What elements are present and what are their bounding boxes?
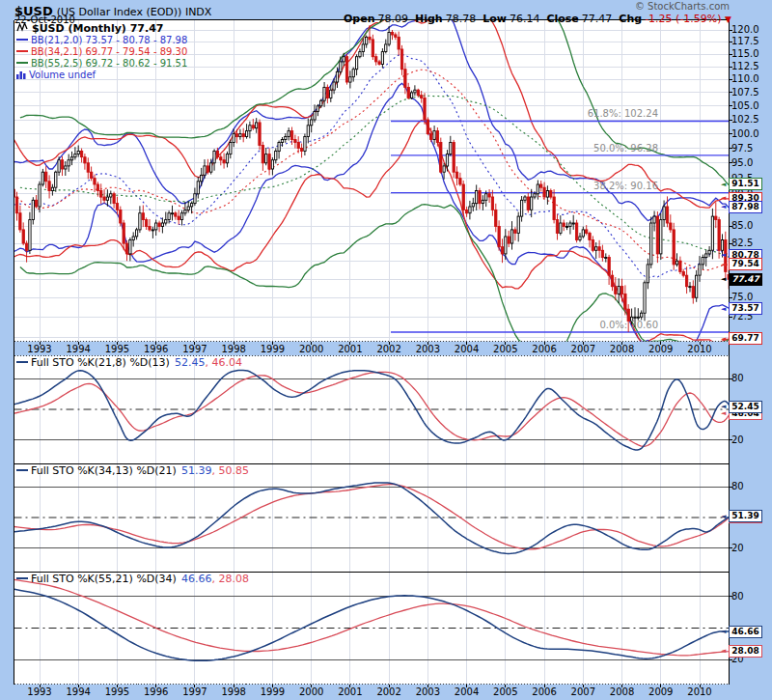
chg-value: -1.25 (-1.59%) <box>645 13 721 25</box>
stoch1-k-value: 52.45 <box>175 356 206 369</box>
line-swatch-icon <box>16 50 28 52</box>
bb55-label: BB(55,2.5) 69.72 - 80.62 - 91.51 <box>31 58 187 69</box>
high-label: High <box>415 13 443 25</box>
stoch2-legend: Full STO %K(34,13) %D(21)51.39, 50.85 <box>16 465 249 477</box>
legend-volume: Volume undef <box>16 70 187 81</box>
line-swatch-icon <box>16 361 28 363</box>
main-legend: $USD (Monthly) 77.47 BB(21,2.0) 73.57 - … <box>16 22 187 81</box>
high-value: 78.78 <box>446 13 477 25</box>
legend-bb55: BB(55,2.5) 69.72 - 80.62 - 91.51 <box>16 58 187 70</box>
stoch2-d-value: 50.85 <box>218 464 249 477</box>
legend-title-row: $USD (Monthly) 77.47 <box>16 22 187 35</box>
close-label: Close <box>546 13 578 25</box>
stoch1-d-value: 46.04 <box>211 356 242 369</box>
line-swatch-icon <box>16 469 28 471</box>
close-value: 77.47 <box>582 13 613 25</box>
line-swatch-icon <box>16 39 28 41</box>
stoch2-k-value: 51.39 <box>181 464 212 477</box>
volume-label: Volume undef <box>29 70 96 80</box>
bb21-label: BB(21,2.0) 73.57 - 80.78 - 87.98 <box>31 35 187 45</box>
stockcharts-page: $USD(US Dollar Index (EOD)) INDX 22-Oct-… <box>0 0 772 700</box>
symbol-description: (US Dollar Index (EOD)) INDX <box>57 6 212 18</box>
volume-bars-icon <box>16 70 26 79</box>
low-label: Low <box>482 13 507 25</box>
low-value: 76.14 <box>510 13 540 25</box>
chg-label: Chg <box>619 13 642 25</box>
open-value: 78.09 <box>377 13 408 25</box>
stoch1-legend: Full STO %K(21,8) %D(13)52.45, 46.04 <box>16 357 242 369</box>
stoch3-d-value: 28.08 <box>218 573 249 585</box>
chart-canvas <box>0 0 772 700</box>
legend-bb34: BB(34,2.1) 69.77 - 79.54 - 89.30 <box>16 46 187 58</box>
bb34-label: BB(34,2.1) 69.77 - 79.54 - 89.30 <box>31 46 187 57</box>
stoch3-k-value: 46.66 <box>181 573 212 585</box>
stockcharts-credit: © StockCharts.com <box>635 1 730 12</box>
line-swatch-icon <box>16 577 28 579</box>
legend-title: $USD (Monthly) 77.47 <box>32 22 164 35</box>
stoch3-legend: Full STO %K(55,21) %D(34)46.66, 28.08 <box>16 574 249 585</box>
stoch1-label: Full STO %K(21,8) %D(13) <box>31 356 170 369</box>
annotation-icon <box>16 22 29 33</box>
open-label: Open <box>344 13 375 25</box>
down-triangle-icon: ▼ <box>725 14 731 24</box>
legend-bb21: BB(21,2.0) 73.57 - 80.78 - 87.98 <box>16 35 187 46</box>
stoch2-label: Full STO %K(34,13) %D(21) <box>31 464 177 477</box>
stoch3-label: Full STO %K(55,21) %D(34) <box>31 573 177 585</box>
quote-summary: Open78.09High78.78Low76.14Close77.47Chg-… <box>337 13 731 25</box>
line-swatch-icon <box>16 62 28 64</box>
